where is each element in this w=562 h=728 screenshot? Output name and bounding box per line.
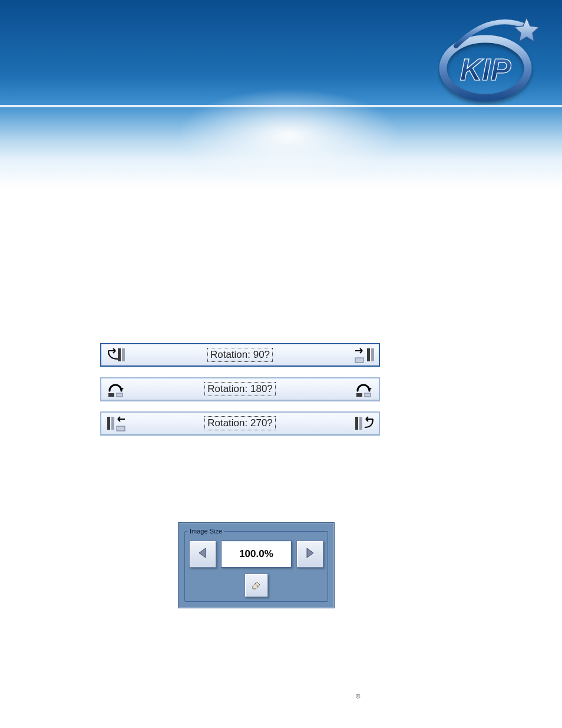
rotate-270-icon [103,413,130,434]
rotation-bar-90[interactable]: Rotation: 90? [100,343,380,367]
svg-rect-13 [355,417,358,430]
increase-button[interactable] [296,541,323,568]
svg-rect-6 [108,393,114,397]
eraser-icon [250,579,262,592]
svg-rect-9 [365,393,371,397]
banner-glow [177,88,401,183]
svg-rect-2 [122,348,125,361]
rotate-180-icon [351,378,378,400]
rotate-270-icon [351,413,378,434]
rotation-bars: Rotation: 90? Rotation: 180? [100,343,380,446]
svg-rect-10 [107,417,110,430]
image-size-legend: Image Size [187,528,224,535]
rotation-label: Rotation: 90? [207,348,273,362]
svg-rect-14 [359,417,362,430]
svg-rect-1 [118,348,121,361]
reset-button[interactable] [244,574,268,597]
image-size-value[interactable]: 100.0% [221,541,292,568]
kip-logo: KIP [438,17,538,105]
decrease-button[interactable] [189,541,216,568]
svg-rect-11 [111,417,114,430]
triangle-right-icon [305,547,315,561]
svg-rect-5 [355,358,363,363]
copyright-mark: © [356,693,360,700]
image-size-fieldset: Image Size 100.0% [184,528,328,602]
svg-rect-3 [367,348,370,361]
svg-rect-7 [117,393,123,397]
image-size-panel: Image Size 100.0% [178,522,335,608]
triangle-left-icon [197,547,208,561]
svg-rect-4 [371,348,374,361]
rotation-label: Rotation: 270? [204,416,276,430]
svg-rect-12 [117,426,125,431]
svg-rect-8 [356,393,362,397]
rotation-label: Rotation: 180? [204,382,276,396]
rotate-180-icon [103,378,130,400]
rotation-bar-270[interactable]: Rotation: 270? [100,411,380,435]
rotate-90-icon [351,344,378,365]
logo-text: KIP [460,52,511,87]
rotate-90-icon [103,344,130,365]
header-banner: KIP [0,0,562,189]
rotation-bar-180[interactable]: Rotation: 180? [100,377,380,401]
